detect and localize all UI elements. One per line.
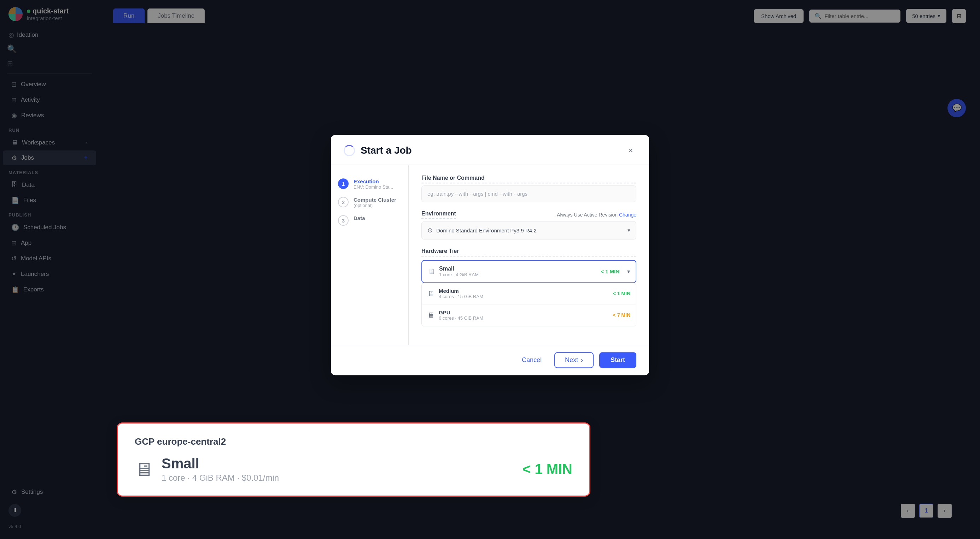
hardware-selected-time: < 1 MIN [601, 268, 619, 274]
step-2-circle: 2 [338, 197, 348, 207]
environment-change-link[interactable]: Change [619, 212, 636, 217]
step-1-label: Execution [353, 178, 393, 184]
hw-medium-time: < 1 MIN [613, 291, 630, 296]
step-3-text: Data [353, 215, 365, 221]
cancel-button[interactable]: Cancel [515, 353, 549, 367]
environment-label-row: Environment Always Use Active Revision C… [422, 211, 636, 219]
environment-icon: ⊙ [428, 227, 433, 234]
file-name-input[interactable] [422, 185, 636, 202]
hw-medium-icon: 🖥 [428, 290, 434, 298]
step-3[interactable]: 3 Data [338, 212, 401, 229]
hardware-selected-spec: 1 core · 4 GiB RAM [439, 272, 479, 277]
modal-body: 1 Execution ENV: Domino Sta... 2 Compute… [331, 165, 649, 345]
file-name-label: File Name or Command [422, 175, 636, 183]
modal-title: Start a Job [361, 145, 619, 156]
start-button[interactable]: Start [599, 352, 636, 368]
info-card-hw-name: Small [162, 456, 514, 472]
info-card-body: 🖥 Small 1 core · 4 GiB RAM · $0.01/min <… [135, 456, 573, 483]
environment-chevron-icon: ▾ [627, 227, 630, 233]
form-panel: File Name or Command Environment Always … [409, 165, 649, 345]
hardware-chevron-icon: ▾ [627, 268, 630, 275]
hardware-dropdown: 🖥 Medium 4 cores · 15 GiB RAM < 1 MIN 🖥 … [422, 282, 636, 327]
hw-medium-name: Medium [439, 288, 609, 294]
hw-gpu-spec: 6 cores · 45 GiB RAM [439, 315, 609, 321]
hardware-tier-group: Hardware Tier 🖥 Small 1 core · 4 GiB RAM… [422, 248, 636, 327]
hw-option-gpu[interactable]: 🖥 GPU 6 cores · 45 GiB RAM < 7 MIN [422, 304, 636, 326]
info-card: GCP europe-central2 🖥 Small 1 core · 4 G… [117, 422, 590, 496]
step-1[interactable]: 1 Execution ENV: Domino Sta... [338, 175, 401, 193]
hw-medium-info: Medium 4 cores · 15 GiB RAM [439, 288, 609, 299]
step-2[interactable]: 2 Compute Cluster (optional) [338, 193, 401, 212]
environment-group: Environment Always Use Active Revision C… [422, 211, 636, 239]
hardware-selected[interactable]: 🖥 Small 1 core · 4 GiB RAM < 1 MIN ▾ [422, 260, 636, 283]
info-card-region: GCP europe-central2 [135, 436, 573, 447]
step-1-sublabel: ENV: Domino Sta... [353, 184, 393, 190]
hw-gpu-name: GPU [439, 309, 609, 315]
step-2-sublabel: (optional) [353, 203, 396, 208]
hardware-selected-info: Small 1 core · 4 GiB RAM [439, 266, 479, 277]
hardware-tier-label: Hardware Tier [422, 248, 636, 257]
next-arrow-icon: › [581, 357, 583, 364]
environment-value: Domino Standard Environment Py3.9 R4.2 [436, 227, 624, 233]
info-card-hw-spec: 1 core · 4 GiB RAM · $0.01/min [162, 473, 514, 483]
environment-dropdown[interactable]: ⊙ Domino Standard Environment Py3.9 R4.2… [422, 221, 636, 239]
step-2-text: Compute Cluster (optional) [353, 197, 396, 208]
hw-medium-spec: 4 cores · 15 GiB RAM [439, 294, 609, 299]
info-card-hw-time: < 1 MIN [522, 461, 573, 477]
steps-panel: 1 Execution ENV: Domino Sta... 2 Compute… [331, 165, 409, 345]
hw-gpu-icon: 🖥 [428, 311, 434, 319]
hw-gpu-info: GPU 6 cores · 45 GiB RAM [439, 309, 609, 321]
step-1-circle: 1 [338, 178, 348, 189]
step-2-label: Compute Cluster [353, 197, 396, 203]
hw-option-medium[interactable]: 🖥 Medium 4 cores · 15 GiB RAM < 1 MIN [422, 283, 636, 304]
environment-note: Always Use Active Revision Change [557, 212, 636, 217]
step-1-text: Execution ENV: Domino Sta... [353, 178, 393, 190]
hardware-selected-name: Small [439, 266, 479, 272]
modal-footer: Cancel Next › Start [331, 345, 649, 375]
file-name-group: File Name or Command [422, 175, 636, 202]
info-card-details: Small 1 core · 4 GiB RAM · $0.01/min [162, 456, 514, 483]
hw-gpu-time: < 7 MIN [613, 312, 630, 318]
next-button[interactable]: Next › [554, 352, 593, 368]
modal-close-button[interactable]: × [625, 145, 636, 156]
next-label: Next [565, 357, 578, 364]
step-3-label: Data [353, 215, 365, 221]
step-3-circle: 3 [338, 215, 348, 226]
modal-spinner-icon [344, 145, 355, 156]
start-job-modal: Start a Job × 1 Execution ENV: Domino St… [331, 135, 649, 375]
modal-header: Start a Job × [331, 135, 649, 165]
hardware-selected-icon: 🖥 [428, 267, 436, 276]
environment-label: Environment [422, 211, 456, 219]
info-card-hw-icon: 🖥 [135, 459, 153, 480]
